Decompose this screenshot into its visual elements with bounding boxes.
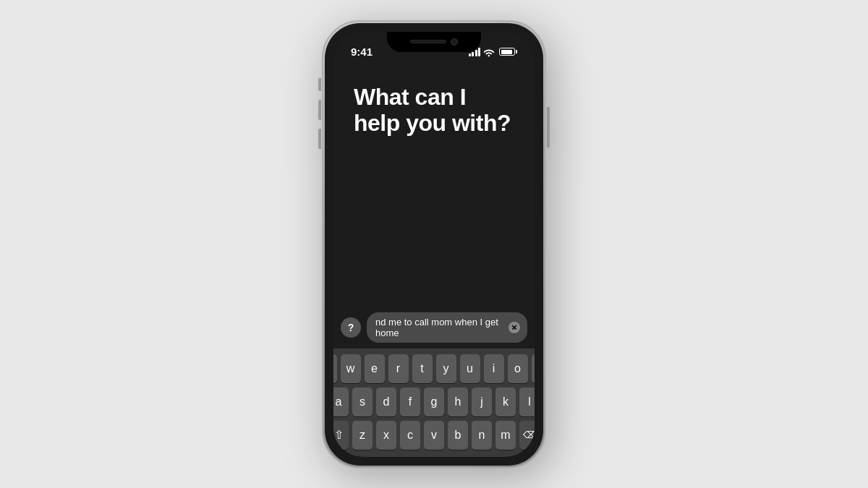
- key-o[interactable]: o: [508, 354, 528, 383]
- input-text-content: nd me to call mom when I get home: [375, 317, 506, 338]
- question-mark-button[interactable]: ?: [341, 317, 361, 338]
- key-y[interactable]: y: [436, 354, 456, 383]
- delete-key[interactable]: ⌫: [519, 421, 535, 450]
- key-c[interactable]: c: [400, 421, 420, 450]
- key-x[interactable]: x: [376, 421, 396, 450]
- key-t[interactable]: t: [412, 354, 433, 383]
- phone-inner-frame: 9:41: [325, 23, 543, 466]
- key-i[interactable]: i: [484, 354, 504, 383]
- wifi-icon: [484, 48, 495, 56]
- speaker-grille: [410, 40, 446, 43]
- battery-icon: [499, 48, 517, 56]
- key-n[interactable]: n: [472, 421, 492, 450]
- keyboard-row-2: a s d f g h j k l: [338, 388, 530, 416]
- key-l[interactable]: l: [519, 388, 535, 416]
- key-a[interactable]: a: [333, 388, 349, 416]
- clear-input-button[interactable]: [509, 322, 520, 333]
- key-s[interactable]: s: [352, 388, 373, 416]
- key-e[interactable]: e: [365, 354, 385, 383]
- status-icons: [469, 48, 518, 56]
- shift-key[interactable]: ⇧: [333, 421, 349, 450]
- key-r[interactable]: r: [388, 354, 409, 383]
- volume-up-button: [318, 100, 321, 120]
- key-b[interactable]: b: [448, 421, 468, 450]
- keyboard-row-3: ⇧ z x c v b n m ⌫: [338, 421, 530, 450]
- volume-down-button: [318, 129, 321, 149]
- key-f[interactable]: f: [400, 388, 420, 416]
- key-w[interactable]: w: [341, 354, 361, 383]
- keyboard-row-1: q w e r t y u i o p: [338, 354, 530, 383]
- key-v[interactable]: v: [424, 421, 444, 450]
- phone-screen: 9:41: [333, 32, 535, 457]
- front-camera: [451, 38, 458, 46]
- siri-main-content: What can I help you with?: [333, 64, 535, 312]
- siri-text-input[interactable]: nd me to call mom when I get home: [367, 312, 527, 343]
- siri-prompt-title: What can I help you with?: [354, 84, 514, 137]
- silent-switch: [318, 78, 321, 91]
- key-m[interactable]: m: [495, 421, 516, 450]
- key-q[interactable]: q: [333, 354, 337, 383]
- key-p[interactable]: p: [532, 354, 535, 383]
- iphone-mockup: 9:41: [322, 20, 546, 468]
- keyboard[interactable]: q w e r t y u i o p a s d f g: [333, 348, 535, 457]
- key-h[interactable]: h: [448, 388, 468, 416]
- key-j[interactable]: j: [472, 388, 492, 416]
- status-time: 9:41: [351, 46, 373, 58]
- key-d[interactable]: d: [376, 388, 396, 416]
- key-g[interactable]: g: [424, 388, 444, 416]
- siri-input-area[interactable]: ? nd me to call mom when I get home: [333, 312, 535, 343]
- key-z[interactable]: z: [352, 421, 373, 450]
- key-k[interactable]: k: [495, 388, 516, 416]
- notch: [387, 32, 481, 52]
- key-u[interactable]: u: [460, 354, 480, 383]
- power-button: [547, 107, 550, 147]
